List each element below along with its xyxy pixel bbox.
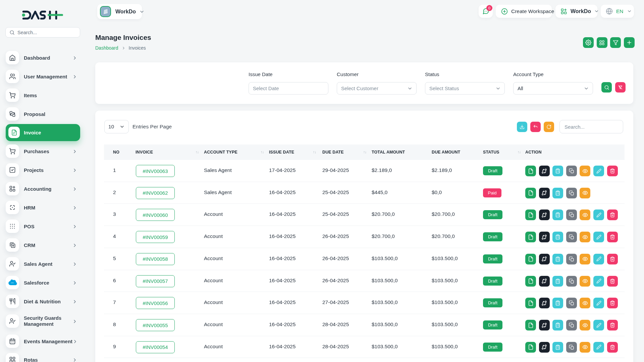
svg-text:sales: sales [11,282,14,284]
